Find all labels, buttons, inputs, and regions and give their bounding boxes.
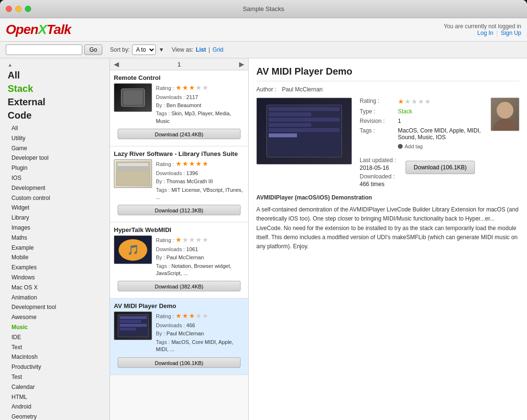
sidebar-sub-developer-tool[interactable]: Developer tool bbox=[0, 153, 110, 163]
screenshot-inner bbox=[266, 105, 342, 157]
star-5: ★ bbox=[202, 159, 209, 169]
view-grid-link[interactable]: Grid bbox=[213, 46, 224, 53]
detail-stars: ★ ★ ★ ★ ★ bbox=[398, 98, 431, 105]
prev-page-button[interactable]: ◀ bbox=[114, 60, 119, 68]
star-1: ★ bbox=[176, 159, 182, 169]
detail-type-value[interactable]: Stack bbox=[398, 108, 412, 115]
sidebar-sub-text[interactable]: Text bbox=[0, 343, 110, 353]
sidebar-sub-maths[interactable]: Maths bbox=[0, 233, 110, 243]
star-2: ★ bbox=[182, 235, 188, 245]
sidebar-sub-example[interactable]: Example bbox=[0, 243, 110, 253]
login-link[interactable]: Log In bbox=[477, 30, 493, 36]
sidebar-sub-widget[interactable]: Widget bbox=[0, 203, 110, 213]
search-input[interactable] bbox=[6, 44, 82, 55]
star-4: ★ bbox=[196, 311, 202, 321]
avatar-face bbox=[497, 102, 514, 119]
sidebar-item-stack[interactable]: Stack bbox=[0, 82, 110, 95]
sidebar-sub-images[interactable]: Images bbox=[0, 223, 110, 233]
sidebar-sub-productivity[interactable]: Productivity bbox=[0, 362, 110, 372]
downloads-label: Downloads : bbox=[156, 94, 187, 100]
download-button[interactable]: Download (106.1KB) bbox=[118, 357, 241, 368]
download-button[interactable]: Download (382.4KB) bbox=[118, 281, 241, 291]
sidebar-sub-development-tool[interactable]: Development tool bbox=[0, 302, 110, 312]
download-button[interactable]: Download (243.4KB) bbox=[118, 129, 241, 139]
sidebar-sub-windows[interactable]: Windows bbox=[0, 273, 110, 283]
sidebar-sub-development[interactable]: Development bbox=[0, 183, 110, 193]
sidebar-sub-macosx[interactable]: Mac OS X bbox=[0, 283, 110, 293]
add-tag-label: Add tag bbox=[405, 144, 423, 149]
add-tag-button[interactable]: Add tag bbox=[398, 144, 423, 149]
star-2: ★ bbox=[182, 159, 188, 169]
download-button[interactable]: Download (312.3KB) bbox=[118, 205, 241, 215]
sidebar-item-code[interactable]: Code bbox=[0, 109, 110, 122]
sidebar-sub-custom-control[interactable]: Custom control bbox=[0, 193, 110, 203]
view-list-link[interactable]: List bbox=[196, 46, 206, 53]
sidebar-sub-test[interactable]: Test bbox=[0, 372, 110, 382]
sidebar-sub-calendar[interactable]: Calendar bbox=[0, 382, 110, 392]
add-tag-dot-icon bbox=[398, 144, 403, 149]
chevron-up-icon[interactable]: ▲ bbox=[8, 62, 12, 67]
sidebar-sub-mobile[interactable]: Mobile bbox=[0, 253, 110, 263]
detail-author-row: Author : Paul McClernan bbox=[256, 86, 519, 93]
star-4: ★ bbox=[196, 235, 202, 245]
sidebar-sub-android[interactable]: Android bbox=[0, 402, 110, 412]
sidebar-item-external[interactable]: External bbox=[0, 95, 110, 109]
signup-link[interactable]: Sign Up bbox=[501, 30, 521, 36]
sidebar-sub-ide[interactable]: IDE bbox=[0, 332, 110, 343]
page-number: 1 bbox=[177, 61, 181, 68]
stack-body: 🎵 Rating : ★ ★ ★ ★ ★ bbox=[114, 235, 244, 278]
header: OpenXTalk You are currently not logged i… bbox=[0, 18, 527, 42]
sidebar-sub-geometry[interactable]: Geometry bbox=[0, 412, 110, 420]
sidebar-sub-animation[interactable]: Animation bbox=[0, 293, 110, 303]
avatar-body bbox=[493, 119, 517, 131]
logo: OpenXTalk bbox=[6, 22, 71, 37]
sort-select[interactable]: A to Z to bbox=[132, 44, 156, 55]
minimize-button[interactable] bbox=[15, 6, 22, 12]
sidebar-sub-examples[interactable]: Examples bbox=[0, 263, 110, 273]
sidebar-sub-html[interactable]: HTML bbox=[0, 392, 110, 402]
detail-main: Rating : ★ ★ ★ ★ ★ Type : bbox=[256, 98, 519, 188]
stack-title: AV MIDI Player Demo bbox=[114, 302, 244, 309]
stack-item-hypertalk[interactable]: HyperTalk WebMIDI 🎵 Rating : ★ ★ bbox=[110, 222, 248, 298]
maximize-button[interactable] bbox=[25, 6, 31, 12]
downloads-row: Downloads : 1396 bbox=[156, 170, 244, 177]
sidebar-item-all[interactable]: All bbox=[0, 68, 110, 82]
stars: ★ ★ ★ ★ ★ bbox=[176, 311, 209, 321]
auth-status: You are currently not logged in bbox=[444, 23, 521, 30]
sidebar-sub-all[interactable]: All bbox=[0, 123, 110, 133]
stack-item-remote-control[interactable]: Remote Control Rating : ★ bbox=[110, 70, 248, 146]
sidebar-sub-plugin[interactable]: Plugin bbox=[0, 163, 110, 173]
app-window: Sample Stacks OpenXTalk You are currentl… bbox=[0, 0, 527, 420]
go-button[interactable]: Go bbox=[84, 44, 102, 55]
tags-row: Tags : Notation, Browser widget, JavaScr… bbox=[156, 263, 244, 277]
sidebar-sub-utility[interactable]: Utility bbox=[0, 133, 110, 144]
detail-screenshot bbox=[256, 98, 352, 165]
sidebar-sub-game[interactable]: Game bbox=[0, 144, 110, 154]
stack-rating-row: Rating : ★ ★ ★ ★ ★ bbox=[156, 235, 244, 245]
star-3: ★ bbox=[189, 83, 195, 93]
close-button[interactable] bbox=[6, 6, 12, 12]
detail-rating-row: Rating : ★ ★ ★ ★ ★ bbox=[360, 98, 486, 105]
sidebar-sub-macintosh[interactable]: Macintosh bbox=[0, 352, 110, 362]
downloads-value: 1396 bbox=[187, 170, 198, 176]
tags-row: Tags : Skin, Mp3, Player, Media, Music bbox=[156, 110, 244, 125]
detail-tags-value: MacOS, Core MIDI, Apple, MIDI, Sound, Mu… bbox=[398, 127, 486, 141]
detail-download-button[interactable]: Download (106.1KB) bbox=[406, 161, 475, 174]
stack-info: Rating : ★ ★ ★ ★ ★ Downloads bbox=[156, 311, 244, 354]
stack-item-avmidi[interactable]: AV MIDI Player Demo R bbox=[110, 298, 248, 375]
detail-lastupdated-label: Last updated : bbox=[360, 157, 396, 164]
next-page-button[interactable]: ▶ bbox=[239, 60, 244, 68]
detail-downloaded-value: 466 times bbox=[360, 181, 396, 188]
stack-item-lazy-river[interactable]: Lazy River Software - Library iTunes Sui… bbox=[110, 146, 248, 222]
star-3: ★ bbox=[189, 159, 195, 169]
downloads-row: Downloads : 2117 bbox=[156, 94, 244, 101]
sidebar-sub-awesome[interactable]: Awesome bbox=[0, 312, 110, 322]
sidebar-sub-library[interactable]: Library bbox=[0, 213, 110, 223]
detail-star-5: ★ bbox=[425, 98, 431, 105]
sort-area: Sort by: A to Z to ▼ bbox=[110, 44, 164, 55]
view-sep: | bbox=[209, 46, 210, 53]
detail-description-area: AVMIDIPlayer (macOS/iOS) Demonstration A… bbox=[256, 193, 519, 251]
sidebar-sub-music[interactable]: Music bbox=[0, 322, 110, 332]
sidebar-sub-ios[interactable]: IOS bbox=[0, 173, 110, 183]
list-panel: ◀ 1 ▶ Remote Control bbox=[110, 58, 249, 420]
